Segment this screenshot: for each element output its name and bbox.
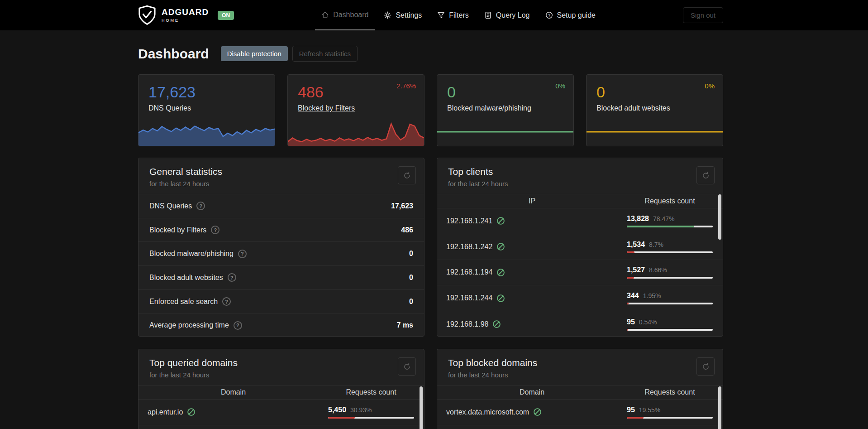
card-title: Top blocked domains (448, 357, 712, 368)
help-circle-icon[interactable] (228, 273, 236, 282)
stat-row-value: 0 (409, 250, 413, 258)
refresh-icon (403, 172, 411, 179)
table-row: 192.168.1.194 1,527 8.66% (437, 260, 723, 286)
card-title: General statistics (149, 166, 413, 177)
requests-count-percent: 8.66% (649, 266, 667, 274)
svg-text:?: ? (548, 13, 550, 18)
requests-count-cell: 1,534 8.7% (627, 241, 713, 253)
refresh-card-button[interactable] (696, 166, 715, 184)
disable-protection-button[interactable]: Disable protection (221, 46, 288, 61)
table-row-name: 192.168.1.242 (446, 243, 492, 251)
dashboard-page: Dashboard Disable protection Refresh sta… (138, 30, 723, 429)
main-nav: Dashboard Settings Filters (315, 0, 602, 30)
card-head: Top blocked domains for the last 24 hour… (437, 349, 723, 385)
refresh-card-button[interactable] (398, 166, 416, 184)
count-line: 95 19.55% (627, 406, 713, 414)
card-subtitle: for the last 24 hours (448, 371, 712, 379)
unblock-icon[interactable] (496, 268, 505, 277)
progress-bar-fill (627, 417, 644, 419)
stat-row-label: Average processing time (149, 321, 229, 329)
blocked-by-filters-card: 2.76% 486 Blocked by Filters (287, 74, 424, 146)
progress-bar-track (627, 251, 713, 253)
general-statistics-list: DNS Queries 17,623 Blocked by Filters 48… (138, 194, 424, 337)
card-head: General statistics for the last 24 hours (138, 158, 424, 194)
nav-item-query-log[interactable]: Query Log (478, 0, 536, 30)
table-row-name-cell: 192.168.1.98 (446, 320, 627, 328)
nav-item-label: Dashboard (333, 11, 368, 19)
adguard-home-logo[interactable]: ADGUARD HOME ON (138, 5, 234, 25)
count-line: 344 1.95% (627, 292, 713, 300)
help-circle-icon[interactable] (211, 226, 219, 234)
brand-sub: HOME (162, 18, 209, 23)
middle-cards-row: General statistics for the last 24 hours… (138, 158, 723, 337)
progress-bar-track (328, 417, 414, 419)
brand-name: ADGUARD (162, 8, 209, 17)
stat-label: Blocked malware/phishing (447, 104, 573, 112)
progress-bar-track (627, 329, 713, 331)
progress-bar-fill (627, 226, 694, 227)
nav-item-label: Filters (449, 11, 469, 19)
progress-bar-fill (627, 251, 634, 253)
table-row: 192.168.1.241 13,828 78.47% (437, 208, 723, 234)
count-line: 1,527 8.66% (627, 266, 713, 274)
blocked-adult-card: 0% 0 Blocked adult websites (586, 74, 723, 146)
refresh-statistics-button[interactable]: Refresh statistics (292, 46, 358, 62)
card-subtitle: for the last 24 hours (149, 371, 413, 379)
stat-value: 0 (596, 84, 723, 101)
top-queried-domains-table: api.entur.io 5,450 30.93% (138, 400, 424, 425)
count-line: 95 0.54% (627, 318, 713, 326)
refresh-icon (403, 363, 411, 371)
unblock-icon[interactable] (496, 217, 505, 225)
navbar: ADGUARD HOME ON Dashboard Settings (0, 0, 868, 30)
unblock-icon[interactable] (496, 242, 505, 251)
stat-cards-row: 17,623 DNS Queries 2.76% 486 Blocked by … (138, 74, 723, 146)
help-circle-icon[interactable] (234, 321, 242, 330)
general-statistics-row: Enforced safe search 0 (138, 289, 424, 313)
requests-count-cell: 13,828 78.47% (627, 215, 713, 227)
requests-count-value: 1,527 (627, 266, 645, 274)
refresh-card-button[interactable] (696, 357, 715, 376)
nav-item-dashboard[interactable]: Dashboard (315, 0, 375, 30)
table-row-name-cell: vortex.data.microsoft.com (446, 408, 627, 416)
table-row: 192.168.1.98 95 0.54% (437, 311, 723, 337)
refresh-card-button[interactable] (398, 357, 416, 376)
requests-count-value: 5,450 (328, 406, 346, 414)
help-circle-icon[interactable] (196, 202, 205, 210)
refresh-icon (702, 363, 710, 371)
requests-count-cell: 5,450 30.93% (328, 406, 414, 419)
unblock-icon[interactable] (187, 408, 196, 416)
funnel-icon (437, 11, 445, 19)
table-row-name-cell: 192.168.1.242 (446, 242, 627, 251)
table-row: 192.168.1.244 344 1.95% (437, 285, 723, 311)
gear-icon (384, 11, 391, 19)
blocked-malware-card: 0% 0 Blocked malware/phishing (437, 74, 574, 146)
bottom-cards-row: Top queried domains for the last 24 hour… (138, 349, 723, 429)
general-statistics-row: Blocked adult websites 0 (138, 265, 424, 289)
stat-value: 17,623 (148, 84, 275, 101)
scrollbar-thumb[interactable] (718, 386, 721, 429)
protection-status-badge: ON (218, 11, 234, 20)
table-row-name: vortex.data.microsoft.com (446, 408, 529, 416)
scrollbar-thumb[interactable] (718, 194, 721, 240)
top-queried-domains-card: Top queried domains for the last 24 hour… (138, 349, 424, 429)
page-header: Dashboard Disable protection Refresh sta… (138, 30, 723, 62)
table-row-name-cell: 192.168.1.194 (446, 268, 627, 277)
progress-bar-fill (627, 277, 634, 279)
unblock-icon[interactable] (492, 320, 501, 328)
unblock-icon[interactable] (496, 294, 505, 303)
blocked-by-filters-link[interactable]: Blocked by Filters (298, 104, 424, 112)
unblock-icon[interactable] (533, 408, 542, 416)
requests-count-cell: 95 0.54% (627, 318, 713, 331)
top-clients-card: Top clients for the last 24 hours IP Req… (437, 158, 723, 337)
requests-count-value: 95 (627, 318, 635, 326)
column-header-ip: IP (437, 197, 627, 205)
nav-item-filters[interactable]: Filters (431, 0, 475, 30)
scrollbar-thumb[interactable] (420, 386, 423, 429)
nav-item-settings[interactable]: Settings (377, 0, 428, 30)
help-circle-icon[interactable] (238, 250, 247, 258)
nav-item-setup-guide[interactable]: ? Setup guide (539, 0, 602, 30)
stat-row-value: 0 (409, 298, 413, 306)
help-circle-icon[interactable] (222, 297, 231, 306)
requests-count-percent: 0.54% (639, 318, 657, 326)
sign-out-button[interactable]: Sign out (683, 7, 723, 23)
